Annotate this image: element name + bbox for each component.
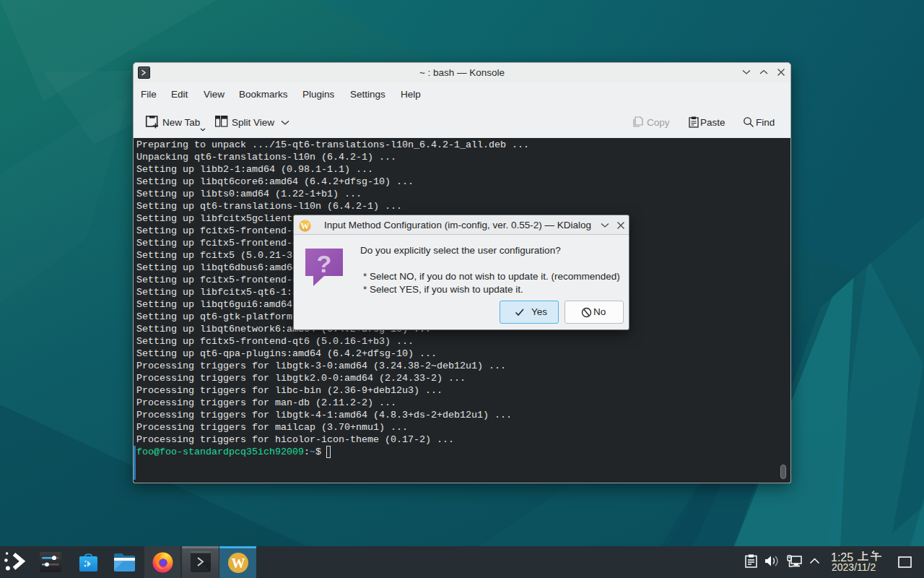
svg-text:W: W [301,221,310,231]
svg-text:W: W [232,556,245,571]
svg-text:2023/11/2: 2023/11/2 [832,561,876,573]
svg-text:?: ? [317,250,332,277]
